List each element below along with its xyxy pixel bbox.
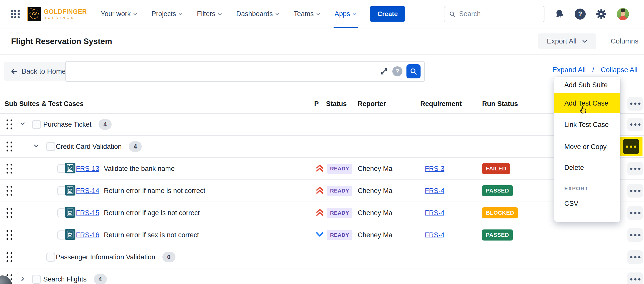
reporter-name: Cheney Ma	[358, 209, 392, 217]
row-checkbox[interactable]	[46, 142, 55, 151]
settings-gear-icon[interactable]	[596, 9, 607, 20]
global-search[interactable]	[444, 6, 544, 22]
more-options-icon[interactable]	[623, 139, 639, 154]
menu-item-add-test-case[interactable]: Add Test Case	[554, 93, 620, 113]
table-header: Sub Suites & Test Cases P Status Reporte…	[0, 94, 644, 114]
case-title-line: FRS-15Return error if age is not correct	[76, 209, 200, 217]
test-case-icon	[65, 229, 75, 241]
test-case-title: Return error if name is not correct	[104, 187, 205, 195]
drag-handle-icon[interactable]	[7, 142, 12, 152]
drag-handle-icon[interactable]	[7, 164, 12, 174]
nav-item-dashboards[interactable]: Dashboards	[236, 0, 280, 28]
priority-low-icon	[315, 231, 324, 239]
expand-collapse-links: Expand All / Collapse All	[553, 66, 637, 74]
menu-item-link-test-case[interactable]: Link Test Case	[554, 113, 620, 136]
status-badge: READY	[327, 208, 352, 218]
menu-item-label: Delete	[564, 164, 584, 172]
goldfinger-logo[interactable]: TVF Gf GOLDFINGER HOLDINGS	[27, 7, 87, 21]
drag-handle-icon[interactable]	[7, 120, 12, 129]
requirement-link[interactable]: FRS-4	[425, 209, 444, 217]
test-case-key-link[interactable]: FRS-13	[76, 165, 99, 172]
suite-count-badge: 4	[94, 274, 107, 284]
nav-item-your-work[interactable]: Your work	[101, 0, 137, 28]
create-button[interactable]: Create	[370, 6, 405, 22]
search-icon	[409, 67, 418, 75]
reporter-name: Cheney Ma	[358, 165, 392, 173]
help-icon[interactable]: ?	[575, 9, 586, 20]
menu-item-label: Move or Copy	[564, 143, 607, 151]
filter-search-input[interactable]	[70, 62, 380, 81]
suite-count-badge: 0	[162, 252, 175, 262]
nav-item-teams[interactable]: Teams	[294, 0, 320, 28]
test-case-title: Return error if sex is not correct	[104, 231, 199, 239]
drag-handle-icon[interactable]	[7, 208, 12, 218]
test-case-key-link[interactable]: FRS-14	[76, 187, 99, 195]
row-checkbox[interactable]	[32, 120, 41, 129]
chevron-down-icon[interactable]	[33, 143, 39, 150]
logo-corner-text: TVF	[28, 8, 32, 10]
expand-all-link[interactable]: Expand All	[553, 66, 586, 74]
test-case-key-link[interactable]: FRS-16	[76, 231, 99, 239]
export-all-button[interactable]: Export All	[538, 33, 596, 49]
nav-item-projects[interactable]: Projects	[152, 0, 183, 28]
chevron-down-icon	[218, 12, 222, 16]
requirement-link[interactable]: FRS-3	[425, 165, 444, 173]
suite-label: Passenger Information Validation0	[56, 252, 175, 262]
columns-button[interactable]: Columns	[611, 37, 638, 45]
run-status-badge: PASSED	[482, 185, 513, 196]
row-more-button[interactable]	[627, 184, 643, 198]
menu-item-delete[interactable]: Delete	[554, 158, 620, 178]
back-arrow-icon	[11, 68, 18, 75]
row-more-button[interactable]	[627, 272, 643, 284]
user-avatar[interactable]	[617, 8, 629, 20]
notifications-bell-icon[interactable]	[554, 8, 566, 20]
filter-search-box[interactable]: ?	[65, 61, 425, 82]
menu-item-csv[interactable]: CSV	[554, 195, 620, 212]
run-search-button[interactable]	[406, 64, 421, 78]
row-more-button[interactable]	[627, 206, 643, 220]
table-row-suite: Search Flights4	[0, 268, 644, 284]
chevron-down-icon	[133, 12, 137, 16]
chevron-down-icon[interactable]	[20, 121, 26, 128]
logo-word-2: HOLDINGS	[44, 16, 87, 19]
collapse-all-link[interactable]: Collapse All	[601, 66, 637, 74]
status-badge: READY	[327, 230, 352, 240]
row-checkbox[interactable]	[46, 253, 55, 262]
app-switcher-icon[interactable]	[11, 10, 20, 18]
chevron-right-icon[interactable]	[20, 276, 26, 283]
case-title-line: FRS-16Return error if sex is not correct	[76, 231, 199, 239]
nav-item-filters[interactable]: Filters	[197, 0, 222, 28]
priority-highest-icon	[315, 186, 324, 195]
syntax-help-icon[interactable]: ?	[392, 66, 402, 76]
drag-handle-icon[interactable]	[7, 230, 12, 240]
row-more-button-highlighted[interactable]	[619, 137, 642, 156]
status-badge: READY	[327, 164, 352, 174]
back-to-home-button[interactable]: Back to Home	[4, 62, 72, 81]
page-header-actions: Export All Columns	[538, 33, 644, 49]
suite-label: Credit Card Validation4	[56, 141, 142, 152]
expand-editor-icon[interactable]	[380, 67, 388, 76]
global-search-input[interactable]	[459, 10, 539, 18]
table-row-suite: Passenger Information Validation0	[0, 246, 644, 268]
nav-item-label: Dashboards	[236, 10, 273, 18]
row-more-button[interactable]	[627, 228, 643, 242]
topnav-right: ?	[444, 6, 644, 22]
col-header-run-status: Run Status	[482, 100, 518, 108]
row-more-button[interactable]	[627, 118, 643, 131]
row-more-button[interactable]	[627, 250, 643, 264]
test-case-key-link[interactable]: FRS-15	[76, 209, 99, 217]
requirement-link[interactable]: FRS-4	[425, 187, 444, 195]
row-checkbox[interactable]	[32, 275, 41, 284]
menu-item-label: Add Sub Suite	[564, 81, 608, 89]
drag-handle-icon[interactable]	[7, 252, 12, 262]
nav-item-apps[interactable]: Apps	[335, 0, 357, 28]
menu-item-add-sub-suite[interactable]: Add Sub Suite	[554, 77, 620, 93]
table-row-case: FRS-16Return error if sex is not correct…	[0, 224, 644, 246]
col-header-reporter: Reporter	[358, 100, 386, 108]
drag-handle-icon[interactable]	[7, 186, 12, 196]
row-more-button[interactable]	[627, 162, 643, 175]
requirement-link[interactable]: FRS-4	[425, 231, 444, 239]
table-more-button[interactable]	[627, 97, 643, 111]
menu-item-move-or-copy[interactable]: Move or Copy	[554, 136, 620, 158]
table-row-case: FRS-15Return error if age is not correct…	[0, 202, 644, 224]
